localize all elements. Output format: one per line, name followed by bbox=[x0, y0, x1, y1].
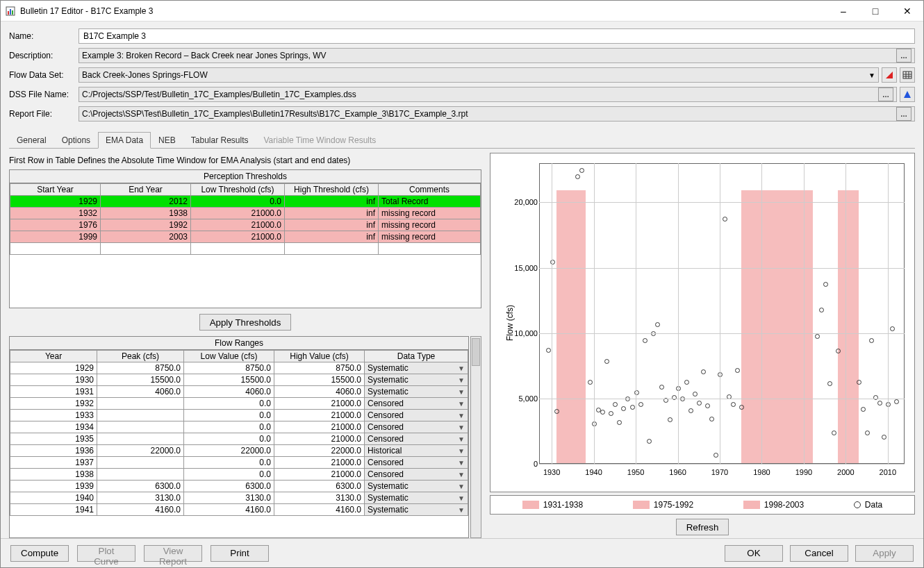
table-row[interactable]: 1976199221000.0infmissing record bbox=[10, 219, 481, 231]
ok-button[interactable]: OK bbox=[725, 545, 783, 562]
print-button[interactable]: Print bbox=[211, 545, 269, 562]
flowdataset-label: Flow Data Set: bbox=[9, 70, 79, 80]
tab-neb[interactable]: NEB bbox=[151, 132, 183, 149]
chevron-down-icon: ▼ bbox=[458, 459, 465, 467]
data-point bbox=[684, 380, 689, 385]
refresh-button[interactable]: Refresh bbox=[676, 519, 729, 535]
y-tick-label: 15,000 bbox=[503, 264, 538, 272]
tab-general[interactable]: General bbox=[9, 132, 54, 149]
svg-rect-2 bbox=[10, 9, 11, 15]
data-point bbox=[890, 326, 895, 331]
data-type-dropdown[interactable]: Systematic▼ bbox=[368, 493, 465, 503]
missing-record-band bbox=[556, 190, 586, 463]
data-point bbox=[886, 402, 891, 407]
table-icon-button[interactable] bbox=[900, 67, 915, 83]
plot-red-icon-button[interactable] bbox=[882, 67, 897, 83]
data-point bbox=[869, 338, 874, 343]
data-point bbox=[621, 406, 626, 411]
col-year: Year bbox=[10, 351, 97, 362]
data-type-dropdown[interactable]: Systematic▼ bbox=[368, 375, 465, 385]
data-point bbox=[819, 308, 824, 312]
x-tick-label: 1990 bbox=[795, 468, 812, 476]
data-point bbox=[676, 386, 681, 391]
table-row[interactable]: 19314060.04060.04060.0Systematic▼ bbox=[10, 386, 468, 398]
data-type-dropdown[interactable]: Historical▼ bbox=[368, 446, 465, 456]
compute-button[interactable]: Compute bbox=[10, 545, 69, 562]
data-point bbox=[575, 174, 580, 179]
data-type-dropdown[interactable]: Systematic▼ bbox=[368, 505, 465, 515]
tab-options[interactable]: Options bbox=[54, 132, 98, 149]
close-button[interactable]: ✕ bbox=[891, 1, 923, 22]
data-type-dropdown[interactable]: Censored▼ bbox=[368, 458, 465, 467]
flow-chart: Flow (cfs) 05,00010,00015,00020,00019301… bbox=[490, 153, 915, 492]
cancel-button[interactable]: Cancel bbox=[790, 545, 848, 562]
tab-tabular-results[interactable]: Tabular Results bbox=[183, 132, 256, 149]
flow-title: Flow Ranges bbox=[10, 337, 468, 350]
description-label: Description: bbox=[9, 51, 79, 60]
data-type-dropdown[interactable]: Censored▼ bbox=[368, 410, 465, 420]
apply-button: Apply bbox=[855, 545, 914, 562]
table-row[interactable]: 19298750.08750.08750.0Systematic▼ bbox=[10, 362, 468, 374]
dssfile-ellipsis-button[interactable]: … bbox=[878, 87, 893, 101]
view-report-button: View Report bbox=[144, 545, 202, 562]
data-type-dropdown[interactable]: Censored▼ bbox=[368, 469, 465, 479]
perception-title: Perception Thresholds bbox=[10, 170, 481, 183]
data-point bbox=[709, 417, 714, 421]
data-type-dropdown[interactable]: Systematic▼ bbox=[368, 481, 465, 491]
data-type-dropdown[interactable]: Censored▼ bbox=[368, 399, 465, 408]
data-point bbox=[894, 399, 899, 404]
table-row[interactable]: 19340.021000.0Censored▼ bbox=[10, 421, 468, 433]
table-row[interactable]: 19403130.03130.03130.0Systematic▼ bbox=[10, 492, 468, 504]
reportfile-ellipsis-button[interactable]: … bbox=[896, 107, 911, 121]
y-tick-label: 20,000 bbox=[503, 198, 538, 206]
table-row[interactable]: 19350.021000.0Censored▼ bbox=[10, 433, 468, 445]
x-tick-label: 1970 bbox=[711, 468, 728, 476]
data-point bbox=[579, 168, 584, 173]
table-row[interactable]: 193015500.015500.015500.0Systematic▼ bbox=[10, 374, 468, 386]
flow-ranges-grid: Flow Ranges Year Peak (cfs) Low Value (c… bbox=[9, 336, 469, 538]
data-type-dropdown[interactable]: Systematic▼ bbox=[368, 387, 465, 396]
reportfile-value: C:\Projects\SSP\Test\Bulletin_17C_Exampl… bbox=[82, 109, 468, 119]
y-tick-label: 5,000 bbox=[503, 394, 538, 403]
table-row[interactable]: 193622000.022000.022000.0Historical▼ bbox=[10, 445, 468, 457]
data-point bbox=[609, 411, 613, 416]
description-ellipsis-button[interactable]: … bbox=[896, 49, 911, 62]
table-row[interactable]: 19380.021000.0Censored▼ bbox=[10, 469, 468, 481]
flow-scrollbar[interactable] bbox=[470, 336, 481, 538]
data-point bbox=[718, 372, 723, 377]
apply-thresholds-button[interactable]: Apply Thresholds bbox=[199, 314, 292, 331]
table-row[interactable]: 1932193821000.0infmissing record bbox=[10, 208, 481, 219]
table-row[interactable]: 19330.021000.0Censored▼ bbox=[10, 410, 468, 421]
data-point bbox=[882, 435, 886, 440]
chevron-down-icon: ▼ bbox=[458, 471, 465, 478]
data-type-dropdown[interactable]: Censored▼ bbox=[368, 434, 465, 444]
table-row[interactable]: 19414160.04160.04160.0Systematic▼ bbox=[10, 504, 468, 516]
data-point bbox=[659, 385, 664, 390]
table-row[interactable]: 19370.021000.0Censored▼ bbox=[10, 457, 468, 469]
chevron-down-icon: ▼ bbox=[458, 483, 465, 490]
data-point bbox=[815, 334, 820, 339]
tab-ema-data[interactable]: EMA Data bbox=[98, 132, 151, 149]
plot-blue-icon-button[interactable] bbox=[900, 87, 915, 102]
data-point bbox=[643, 338, 647, 343]
col-high-value: High Value (cfs) bbox=[274, 351, 365, 362]
minimize-button[interactable]: – bbox=[827, 1, 859, 22]
table-row[interactable]: 192920120.0infTotal Record bbox=[10, 196, 481, 208]
plot-curve-button: Plot Curve bbox=[77, 545, 135, 562]
data-type-dropdown[interactable]: Censored▼ bbox=[368, 422, 465, 432]
table-row[interactable]: 1999200321000.0infmissing record bbox=[10, 231, 481, 243]
table-row[interactable] bbox=[10, 243, 481, 255]
flowdataset-dropdown[interactable]: Back Creek-Jones Springs-FLOW ▼ bbox=[79, 67, 879, 83]
x-tick-label: 1950 bbox=[627, 468, 644, 476]
table-row[interactable]: 19320.021000.0Censored▼ bbox=[10, 398, 468, 410]
data-point bbox=[877, 401, 882, 406]
name-input[interactable] bbox=[82, 31, 911, 42]
perception-thresholds-grid: Perception Thresholds Start Year End Yea… bbox=[9, 169, 481, 308]
name-label: Name: bbox=[9, 31, 79, 41]
data-point bbox=[701, 369, 706, 374]
table-row[interactable]: 19396300.06300.06300.0Systematic▼ bbox=[10, 481, 468, 492]
data-type-dropdown[interactable]: Systematic▼ bbox=[368, 363, 465, 373]
col-data-type: Data Type bbox=[365, 351, 468, 362]
data-point bbox=[630, 405, 635, 410]
maximize-button[interactable]: □ bbox=[859, 1, 891, 22]
